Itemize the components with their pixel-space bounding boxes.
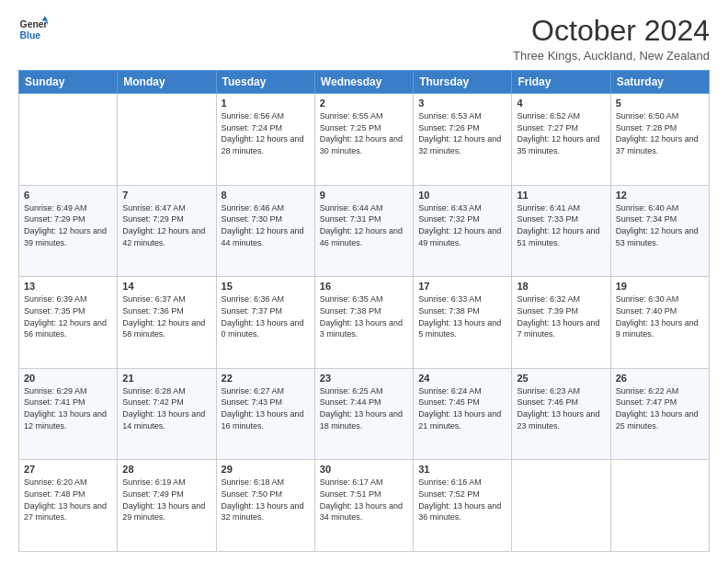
day-number: 31: [418, 464, 506, 475]
cell-week4-day1: 20Sunrise: 6:29 AM Sunset: 7:41 PM Dayli…: [19, 368, 118, 460]
day-info: Sunrise: 6:16 AM Sunset: 7:52 PM Dayligh…: [418, 477, 506, 523]
cell-week5-day4: 30Sunrise: 6:17 AM Sunset: 7:51 PM Dayli…: [314, 460, 413, 552]
week-row-2: 6Sunrise: 6:49 AM Sunset: 7:29 PM Daylig…: [19, 185, 710, 277]
day-info: Sunrise: 6:28 AM Sunset: 7:42 PM Dayligh…: [122, 385, 210, 431]
page: General Blue October 2024 Three Kings, A…: [0, 0, 728, 563]
day-number: 18: [517, 281, 605, 292]
day-info: Sunrise: 6:23 AM Sunset: 7:46 PM Dayligh…: [517, 385, 605, 431]
cell-week1-day7: 5Sunrise: 6:50 AM Sunset: 7:28 PM Daylig…: [610, 94, 709, 186]
calendar-table: Sunday Monday Tuesday Wednesday Thursday…: [18, 70, 710, 552]
day-info: Sunrise: 6:17 AM Sunset: 7:51 PM Dayligh…: [320, 477, 408, 523]
day-info: Sunrise: 6:52 AM Sunset: 7:27 PM Dayligh…: [517, 110, 605, 156]
title-block: October 2024 Three Kings, Auckland, New …: [513, 15, 710, 63]
cell-week2-day4: 9Sunrise: 6:44 AM Sunset: 7:31 PM Daylig…: [314, 185, 413, 277]
cell-week1-day4: 2Sunrise: 6:55 AM Sunset: 7:25 PM Daylig…: [314, 94, 413, 186]
cell-week3-day2: 14Sunrise: 6:37 AM Sunset: 7:36 PM Dayli…: [118, 277, 216, 369]
day-info: Sunrise: 6:27 AM Sunset: 7:43 PM Dayligh…: [222, 385, 310, 431]
cell-week1-day1: [19, 94, 118, 186]
day-info: Sunrise: 6:39 AM Sunset: 7:35 PM Dayligh…: [24, 293, 112, 339]
day-number: 23: [320, 373, 408, 384]
header-row: Sunday Monday Tuesday Wednesday Thursday…: [19, 71, 710, 94]
col-saturday: Saturday: [610, 71, 709, 94]
calendar-body: 1Sunrise: 6:56 AM Sunset: 7:24 PM Daylig…: [19, 94, 710, 552]
svg-text:General: General: [20, 19, 48, 29]
day-info: Sunrise: 6:56 AM Sunset: 7:24 PM Dayligh…: [222, 110, 310, 156]
cell-week4-day2: 21Sunrise: 6:28 AM Sunset: 7:42 PM Dayli…: [118, 368, 216, 460]
cell-week5-day2: 28Sunrise: 6:19 AM Sunset: 7:49 PM Dayli…: [118, 460, 216, 552]
cell-week1-day6: 4Sunrise: 6:52 AM Sunset: 7:27 PM Daylig…: [512, 94, 610, 186]
cell-week2-day6: 11Sunrise: 6:41 AM Sunset: 7:33 PM Dayli…: [512, 185, 610, 277]
day-number: 29: [222, 464, 310, 475]
day-info: Sunrise: 6:36 AM Sunset: 7:37 PM Dayligh…: [222, 293, 310, 339]
col-friday: Friday: [512, 71, 610, 94]
day-number: 12: [616, 190, 704, 201]
day-info: Sunrise: 6:40 AM Sunset: 7:34 PM Dayligh…: [616, 202, 704, 248]
day-number: 17: [418, 281, 506, 292]
day-number: 19: [616, 281, 704, 292]
col-monday: Monday: [118, 71, 216, 94]
day-info: Sunrise: 6:29 AM Sunset: 7:41 PM Dayligh…: [24, 385, 112, 431]
day-number: 7: [122, 190, 210, 201]
cell-week3-day6: 18Sunrise: 6:32 AM Sunset: 7:39 PM Dayli…: [512, 277, 610, 369]
cell-week4-day4: 23Sunrise: 6:25 AM Sunset: 7:44 PM Dayli…: [314, 368, 413, 460]
cell-week2-day2: 7Sunrise: 6:47 AM Sunset: 7:29 PM Daylig…: [118, 185, 216, 277]
col-thursday: Thursday: [414, 71, 512, 94]
col-tuesday: Tuesday: [216, 71, 314, 94]
location-subtitle: Three Kings, Auckland, New Zealand: [513, 49, 710, 63]
cell-week4-day5: 24Sunrise: 6:24 AM Sunset: 7:45 PM Dayli…: [414, 368, 512, 460]
svg-marker-2: [42, 17, 48, 21]
cell-week2-day7: 12Sunrise: 6:40 AM Sunset: 7:34 PM Dayli…: [610, 185, 709, 277]
week-row-1: 1Sunrise: 6:56 AM Sunset: 7:24 PM Daylig…: [19, 94, 710, 186]
day-info: Sunrise: 6:46 AM Sunset: 7:30 PM Dayligh…: [222, 202, 310, 248]
calendar-header: Sunday Monday Tuesday Wednesday Thursday…: [19, 71, 710, 94]
day-info: Sunrise: 6:20 AM Sunset: 7:48 PM Dayligh…: [24, 477, 112, 523]
day-number: 24: [418, 373, 506, 384]
day-number: 28: [122, 464, 210, 475]
day-number: 4: [517, 98, 605, 109]
cell-week2-day1: 6Sunrise: 6:49 AM Sunset: 7:29 PM Daylig…: [19, 185, 118, 277]
day-number: 16: [320, 281, 408, 292]
day-number: 11: [517, 190, 605, 201]
col-wednesday: Wednesday: [314, 71, 413, 94]
day-number: 8: [222, 190, 310, 201]
day-info: Sunrise: 6:53 AM Sunset: 7:26 PM Dayligh…: [418, 110, 506, 156]
week-row-4: 20Sunrise: 6:29 AM Sunset: 7:41 PM Dayli…: [19, 368, 710, 460]
cell-week1-day5: 3Sunrise: 6:53 AM Sunset: 7:26 PM Daylig…: [414, 94, 512, 186]
day-number: 15: [222, 281, 310, 292]
day-number: 26: [616, 373, 704, 384]
cell-week5-day1: 27Sunrise: 6:20 AM Sunset: 7:48 PM Dayli…: [19, 460, 118, 552]
cell-week5-day3: 29Sunrise: 6:18 AM Sunset: 7:50 PM Dayli…: [216, 460, 314, 552]
day-info: Sunrise: 6:25 AM Sunset: 7:44 PM Dayligh…: [320, 385, 408, 431]
day-info: Sunrise: 6:47 AM Sunset: 7:29 PM Dayligh…: [122, 202, 210, 248]
cell-week5-day5: 31Sunrise: 6:16 AM Sunset: 7:52 PM Dayli…: [414, 460, 512, 552]
day-info: Sunrise: 6:19 AM Sunset: 7:49 PM Dayligh…: [122, 477, 210, 523]
day-number: 3: [418, 98, 506, 109]
day-info: Sunrise: 6:35 AM Sunset: 7:38 PM Dayligh…: [320, 293, 408, 339]
cell-week5-day6: [512, 460, 610, 552]
day-number: 13: [24, 281, 112, 292]
cell-week2-day5: 10Sunrise: 6:43 AM Sunset: 7:32 PM Dayli…: [414, 185, 512, 277]
svg-text:Blue: Blue: [20, 30, 41, 40]
cell-week3-day3: 15Sunrise: 6:36 AM Sunset: 7:37 PM Dayli…: [216, 277, 314, 369]
day-info: Sunrise: 6:24 AM Sunset: 7:45 PM Dayligh…: [418, 385, 506, 431]
col-sunday: Sunday: [19, 71, 118, 94]
logo-icon: General Blue: [18, 15, 48, 44]
day-info: Sunrise: 6:50 AM Sunset: 7:28 PM Dayligh…: [616, 110, 704, 156]
day-info: Sunrise: 6:55 AM Sunset: 7:25 PM Dayligh…: [320, 110, 408, 156]
day-info: Sunrise: 6:18 AM Sunset: 7:50 PM Dayligh…: [222, 477, 310, 523]
cell-week2-day3: 8Sunrise: 6:46 AM Sunset: 7:30 PM Daylig…: [216, 185, 314, 277]
day-number: 5: [616, 98, 704, 109]
header: General Blue October 2024 Three Kings, A…: [18, 15, 710, 63]
week-row-5: 27Sunrise: 6:20 AM Sunset: 7:48 PM Dayli…: [19, 460, 710, 552]
day-info: Sunrise: 6:32 AM Sunset: 7:39 PM Dayligh…: [517, 293, 605, 339]
day-info: Sunrise: 6:41 AM Sunset: 7:33 PM Dayligh…: [517, 202, 605, 248]
cell-week3-day4: 16Sunrise: 6:35 AM Sunset: 7:38 PM Dayli…: [314, 277, 413, 369]
day-number: 10: [418, 190, 506, 201]
week-row-3: 13Sunrise: 6:39 AM Sunset: 7:35 PM Dayli…: [19, 277, 710, 369]
day-number: 14: [122, 281, 210, 292]
day-info: Sunrise: 6:44 AM Sunset: 7:31 PM Dayligh…: [320, 202, 408, 248]
cell-week1-day3: 1Sunrise: 6:56 AM Sunset: 7:24 PM Daylig…: [216, 94, 314, 186]
day-info: Sunrise: 6:22 AM Sunset: 7:47 PM Dayligh…: [616, 385, 704, 431]
day-number: 22: [222, 373, 310, 384]
day-info: Sunrise: 6:30 AM Sunset: 7:40 PM Dayligh…: [616, 293, 704, 339]
